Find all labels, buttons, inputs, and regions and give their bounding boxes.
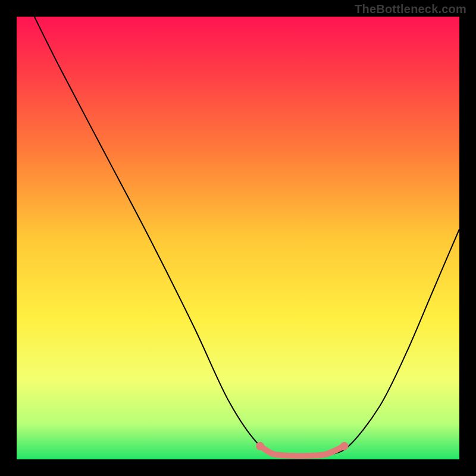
highlight-endpoint <box>256 442 264 450</box>
watermark-text: TheBottleneck.com <box>355 2 466 16</box>
chart-background <box>17 17 459 459</box>
chart-plot-area <box>17 17 459 459</box>
highlight-endpoint <box>340 442 349 450</box>
chart-svg <box>17 17 459 459</box>
